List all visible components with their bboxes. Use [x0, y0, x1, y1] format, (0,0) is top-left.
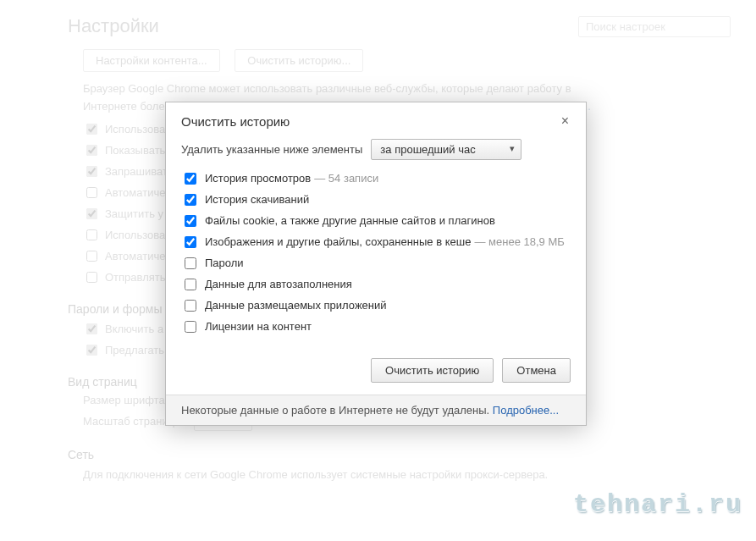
- clear-data-label: Пароли: [205, 257, 244, 269]
- clear-data-label: Лицензии на контент: [205, 320, 312, 333]
- clear-data-checkbox[interactable]: [185, 194, 196, 206]
- clear-data-item[interactable]: Лицензии на контент: [185, 320, 571, 333]
- clear-history-dialog: Очистить историю × Удалить указанные ниж…: [165, 102, 587, 426]
- clear-data-item[interactable]: Файлы cookie, а также другие данные сайт…: [185, 214, 571, 227]
- cancel-button[interactable]: Отмена: [502, 358, 571, 383]
- clear-data-item[interactable]: Изображения и другие файлы, сохраненные …: [185, 235, 571, 248]
- clear-data-label: История просмотров: [205, 172, 311, 185]
- clear-data-checkbox[interactable]: [185, 215, 196, 227]
- clear-data-item[interactable]: История скачиваний: [185, 193, 571, 206]
- dialog-title: Очистить историю: [181, 114, 290, 129]
- footer-text: Некоторые данные о работе в Интернете не…: [181, 404, 493, 417]
- clear-data-item[interactable]: Пароли: [185, 257, 571, 269]
- clear-data-item[interactable]: Данные для автозаполнения: [185, 278, 571, 290]
- close-icon[interactable]: ×: [560, 114, 571, 128]
- clear-data-label: Файлы cookie, а также другие данные сайт…: [205, 214, 495, 227]
- clear-data-checkbox[interactable]: [185, 321, 196, 333]
- clear-data-label: Данные для автозаполнения: [205, 278, 352, 290]
- clear-data-checkbox[interactable]: [185, 173, 196, 185]
- footer-learn-more-link[interactable]: Подробнее...: [493, 404, 559, 417]
- clear-data-checkbox[interactable]: [185, 257, 196, 269]
- clear-data-note: — менее 18,9 МБ: [474, 235, 564, 248]
- clear-data-note: — 54 записи: [314, 172, 378, 185]
- clear-data-label: Изображения и другие файлы, сохраненные …: [205, 235, 471, 248]
- clear-history-submit-button[interactable]: Очистить историю: [371, 358, 494, 383]
- clear-data-checkbox[interactable]: [185, 236, 196, 248]
- dialog-footer: Некоторые данные о работе в Интернете не…: [166, 395, 586, 425]
- watermark: tehnari.ru: [573, 490, 742, 519]
- clear-data-item[interactable]: Данные размещаемых приложений: [185, 299, 571, 312]
- time-range-select[interactable]: за прошедший часза вчераза прошлую недел…: [371, 139, 521, 160]
- clear-data-checkbox[interactable]: [185, 300, 196, 312]
- clear-data-checkbox[interactable]: [185, 279, 196, 290]
- clear-data-label: История скачиваний: [205, 193, 309, 206]
- clear-data-item[interactable]: История просмотров — 54 записи: [185, 172, 571, 185]
- dialog-prompt: Удалить указанные ниже элементы: [181, 143, 362, 156]
- clear-data-label: Данные размещаемых приложений: [205, 299, 387, 312]
